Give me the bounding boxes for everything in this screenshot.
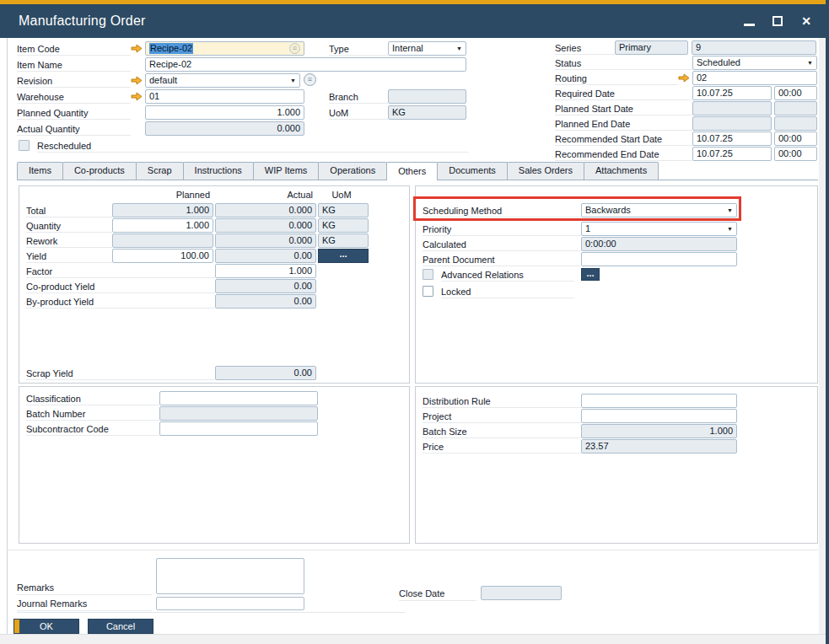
yield-planned-field[interactable]: 100.00 (112, 249, 213, 263)
priority-dropdown[interactable]: 1 ▼ (581, 222, 737, 236)
planned-end-date-row: Planned End Date (555, 116, 818, 131)
ok-button[interactable]: OK (13, 619, 79, 634)
window-left-border (7, 38, 8, 634)
tab-instructions[interactable]: Instructions (183, 162, 254, 180)
distribution-rule-field[interactable] (581, 394, 737, 408)
recommended-end-date-row: Recommended End Date 10.07.25 00:00 (555, 147, 818, 162)
rework-row: Rework 0.000 KG (19, 233, 409, 248)
total-label: Total (26, 203, 112, 217)
locked-checkbox[interactable] (423, 286, 433, 297)
close-date-label: Close Date (399, 588, 476, 601)
tab-items[interactable]: Items (17, 162, 63, 180)
classification-groupbox: Classification Batch Number Subcontracto… (19, 386, 410, 544)
recommended-end-date-field[interactable]: 10.07.25 (692, 147, 772, 161)
rework-planned-field (112, 233, 213, 248)
tab-operations[interactable]: Operations (318, 162, 387, 180)
planned-quantity-field[interactable]: 1.000 (145, 105, 304, 120)
warehouse-field[interactable]: 01 (145, 89, 304, 104)
item-code-value: Recipe-02 (149, 43, 193, 54)
project-field[interactable] (581, 409, 737, 423)
footer-separator (7, 550, 818, 550)
routing-row: Routing 02 (555, 71, 818, 86)
tab-scrap[interactable]: Scrap (136, 162, 184, 180)
quantity-row: Quantity 1.000 0.000 KG (19, 218, 409, 233)
quantity-planned-field[interactable]: 1.000 (112, 218, 213, 233)
window-title: Manufacturing Order (0, 13, 146, 29)
close-button[interactable]: ✕ (799, 13, 814, 29)
revision-choose-from-list-icon[interactable]: ≡ (304, 73, 316, 86)
routing-field[interactable]: 02 (692, 71, 817, 85)
priority-label: Priority (423, 222, 581, 236)
planned-start-date-row: Planned Start Date (555, 101, 818, 116)
window-right-margin (819, 38, 826, 644)
priority-row: Priority 1 ▼ (416, 222, 817, 236)
item-code-link-arrow[interactable] (131, 41, 145, 56)
actual-quantity-field: 0.000 (145, 121, 304, 136)
maximize-button[interactable] (770, 13, 785, 29)
actual-quantity-label: Actual Quantity (17, 121, 131, 136)
link-arrow-icon (131, 44, 143, 53)
required-time-field[interactable]: 00:00 (774, 86, 817, 100)
tab-bar: Items Co-products Scrap Instructions WIP… (17, 162, 818, 180)
details-groupbox: Distribution Rule Project Batch Size 1.0… (415, 386, 818, 544)
tab-attachments[interactable]: Attachments (584, 162, 659, 180)
recommended-end-time-field[interactable]: 00:00 (774, 147, 817, 161)
total-planned-field: 1.000 (112, 203, 213, 217)
journal-remarks-field[interactable] (156, 597, 304, 610)
type-dropdown[interactable]: Internal ▼ (388, 41, 466, 56)
revision-dropdown[interactable]: default ▼ (145, 73, 300, 88)
status-row: Status Scheduled ▼ (555, 56, 818, 71)
distribution-rule-row: Distribution Rule (416, 394, 817, 408)
total-uom-field: KG (318, 203, 369, 217)
choose-from-list-icon[interactable]: ≡ (289, 43, 300, 54)
quantity-actual-field: 0.000 (215, 218, 316, 233)
batch-number-field (159, 406, 318, 421)
parent-document-field[interactable] (581, 252, 737, 266)
actual-quantity-row: Actual Quantity 0.000 (17, 121, 472, 137)
status-dropdown[interactable]: Scheduled ▼ (692, 56, 817, 70)
dropdown-arrow-icon: ▼ (727, 223, 733, 234)
item-name-row: Item Name Recipe-02 (17, 57, 472, 73)
yield-ellipsis-button[interactable]: ... (318, 249, 369, 263)
item-code-row: Item Code Recipe-02 ≡ Type Internal ▼ (17, 41, 472, 57)
maximize-icon (772, 16, 783, 26)
cancel-button[interactable]: Cancel (88, 619, 153, 634)
recommended-start-date-row: Recommended Start Date 10.07.25 00:00 (555, 131, 818, 147)
total-row: Total 1.000 0.000 KG (19, 203, 409, 217)
quantity-label: Quantity (26, 218, 112, 233)
quantity-uom-field: KG (318, 218, 369, 233)
subcontractor-code-field[interactable] (159, 421, 318, 436)
advanced-relations-ellipsis-button[interactable]: ... (581, 268, 600, 281)
tab-documents[interactable]: Documents (437, 162, 508, 180)
classification-field[interactable] (159, 391, 318, 405)
tab-co-products[interactable]: Co-products (62, 162, 137, 180)
warehouse-link-arrow[interactable] (131, 89, 145, 104)
series-label: Series (555, 40, 615, 55)
revision-link-arrow[interactable] (131, 73, 145, 88)
warehouse-label: Warehouse (17, 89, 131, 104)
link-arrow-icon (131, 76, 143, 85)
price-label: Price (423, 439, 581, 453)
required-date-row: Required Date 10.07.25 00:00 (555, 86, 818, 101)
routing-label: Routing (555, 71, 678, 85)
scheduling-method-label: Scheduling Method (423, 203, 581, 217)
recommended-start-time-field[interactable]: 00:00 (774, 131, 817, 146)
item-name-field[interactable]: Recipe-02 (145, 57, 466, 72)
tab-wip-items[interactable]: WIP Items (253, 162, 320, 180)
factor-label: Factor (26, 264, 215, 278)
item-code-field[interactable]: Recipe-02 ≡ (145, 41, 304, 56)
required-date-field[interactable]: 10.07.25 (692, 86, 772, 100)
routing-link-arrow[interactable] (678, 71, 692, 85)
item-code-label: Item Code (17, 41, 131, 56)
locked-label: Locked (441, 285, 574, 298)
type-label: Type (329, 41, 388, 56)
recommended-start-date-field[interactable]: 10.07.25 (692, 131, 772, 146)
tab-sales-orders[interactable]: Sales Orders (507, 162, 584, 180)
scheduling-method-dropdown[interactable]: Backwards ▼ (581, 203, 737, 217)
tab-others[interactable]: Others (386, 162, 438, 180)
remarks-textarea[interactable] (156, 558, 304, 594)
factor-field[interactable]: 1.000 (215, 264, 316, 278)
yield-label: Yield (26, 249, 112, 263)
batch-size-row: Batch Size 1.000 (416, 424, 817, 438)
minimize-button[interactable] (741, 13, 756, 29)
